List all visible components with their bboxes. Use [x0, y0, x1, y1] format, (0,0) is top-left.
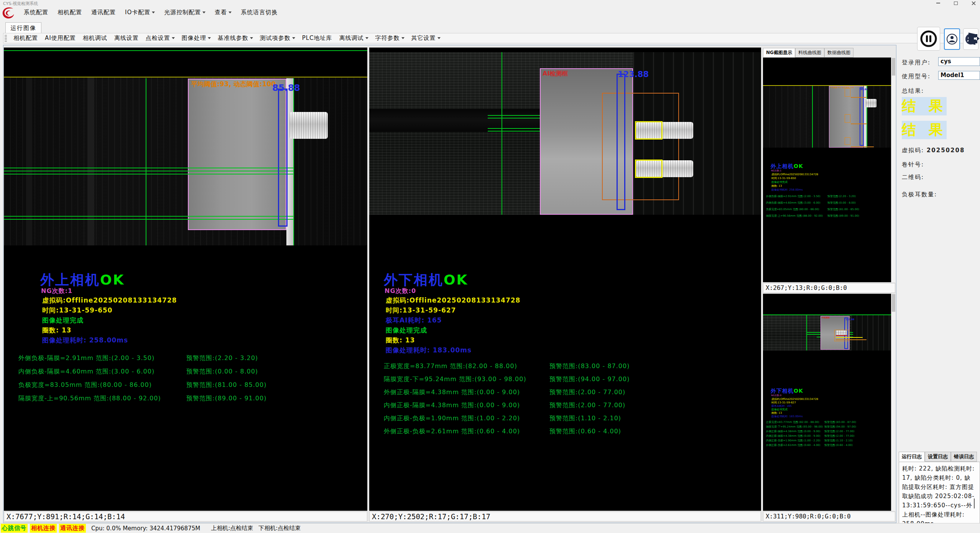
toolbar-item-plc-address-lib[interactable]: PLC地址库 [299, 34, 336, 43]
maximize-button[interactable] [952, 0, 960, 6]
toolbar-item-test-item-params[interactable]: 测试项参数 [257, 34, 299, 43]
camera-top-view[interactable]: 平均阈值:93, 动态阈值:100 85.88 外上相机OK NG次数:1 虚拟… [4, 48, 367, 511]
menu-bar: 系统配置 相机配置 通讯配置 IO卡配置 光源控制配置 查看 系统语言切换 [0, 6, 980, 18]
negative-tab-count-label: 负极耳数量: [902, 191, 937, 198]
toolbar-item-camera-config[interactable]: 相机配置 [10, 34, 41, 43]
edge-vline [293, 78, 294, 245]
mini-measurement: 负极宽度=83.05mm 范围:(80.00 - 86.00) [766, 207, 819, 211]
mini-measurement: 外侧正极-隔膜=4.38mm 范围:(0.00 - 9.00) [766, 429, 821, 433]
pause-button[interactable] [917, 27, 940, 51]
mini-camera-result: OK [794, 163, 803, 169]
chevron-down-icon [172, 37, 175, 39]
user-button[interactable] [944, 28, 960, 50]
edge-vline [806, 315, 807, 350]
camera-name: 外下相机 [384, 272, 444, 288]
measurement-text: 外侧正极-负极=2.61mm 范围:(0.60 - 4.00) [384, 428, 520, 436]
measurement-warn: 预警范围:(0.00 - 8.00) [186, 368, 258, 376]
toolbar-item-label: 其它设置 [411, 35, 436, 41]
login-user-field[interactable]: cys [938, 57, 980, 66]
toolbar-item-label: 字符参数 [375, 35, 400, 41]
menu-item-language-switch[interactable]: 系统语言切换 [237, 7, 281, 18]
measurement-text: 内侧正极-负极=1.90mm 范围:(1.00 - 2.20) [384, 415, 520, 423]
mini-camera-name: 外下相机 [771, 388, 794, 394]
camera-name: 外上相机 [40, 272, 100, 288]
menu-item-comm-config[interactable]: 通讯配置 [87, 7, 120, 18]
tab-detect-box [635, 160, 663, 178]
preview-top-panel[interactable]: 平均阈值:93, 动态阈值:100 85.88 外上相机OK NG次数:1 虚拟… [763, 58, 895, 282]
toolbar-item-offline-settings[interactable]: 离线设置 [111, 34, 142, 43]
mini-roi-box [845, 137, 850, 145]
mini-measurement: 内侧正极-负极=1.90mm 范围:(1.00 - 2.20) [766, 439, 821, 443]
reel-number-label: 卷针号: [902, 161, 924, 168]
camera-connect-status: 相机连接 [30, 524, 57, 533]
model-field[interactable]: Model1 [938, 71, 980, 80]
preview-bottom-panel[interactable]: AI检测框 123.88 外下相机OK NG次数:0 虚拟码:Offline20… [763, 294, 895, 511]
toolbar-item-offline-debug[interactable]: 离线调试 [336, 34, 372, 43]
qr-code-label: 二维码: [902, 174, 924, 181]
toolbar-item-other-settings[interactable]: 其它设置 [408, 34, 444, 43]
mini-camera-result: OK [794, 388, 803, 394]
mini-measurement: 预警范围:(2.00 - 77.00) [824, 429, 854, 433]
preview-tabs: NG截图显示 料线曲线图 数据曲线图 [763, 48, 895, 58]
tab-run-image[interactable]: 运行图像 [5, 22, 41, 33]
virtual-code-caption: 虚拟码: [902, 147, 924, 154]
close-button[interactable] [969, 0, 978, 6]
mini-ng-count: NG次数:0 [771, 394, 781, 397]
camera-title: 外下相机OK [384, 271, 469, 290]
mini-measurement: 预警范围:(83.00 - 87.00) [824, 420, 856, 424]
log-tab-settings[interactable]: 设置日志 [925, 452, 951, 462]
ng-count: NG次数:0 [385, 287, 416, 295]
preview-scrollbar[interactable] [891, 58, 895, 282]
mini-image [763, 86, 891, 148]
mini-measurement: 外侧正极-负极=2.61mm 范围:(0.60 - 4.00) [766, 443, 821, 447]
app-window: CYS-视觉检测系统 系统配置 相机配置 通讯配置 IO卡配置 光源控制配置 查… [0, 0, 980, 533]
measurement-text: 外侧正极-隔膜=4.38mm 范围:(0.00 - 9.00) [384, 388, 520, 396]
preview-tab-ng-screenshot[interactable]: NG截图显示 [763, 48, 795, 58]
minimize-button[interactable] [934, 0, 942, 6]
scrollbar-thumb[interactable] [892, 294, 895, 312]
menu-item-light-control-config[interactable]: 光源控制配置 [160, 7, 209, 18]
process-cost-line: 图像处理耗时: 183.00ms [386, 346, 472, 355]
menu-item-label: IO卡配置 [125, 9, 150, 16]
heartbeat-status: 心跳信号 [1, 524, 28, 533]
mini-line-time: 时间:13-31-59-650 [771, 176, 796, 180]
menu-item-label: 光源控制配置 [164, 9, 201, 16]
measurement-warn: 预警范围:(2.00 - 77.00) [549, 388, 625, 396]
toolbar: 相机配置 AI使用配置 相机调试 离线设置 点检设置 图像处理 基准线参数 测试… [3, 33, 977, 43]
toolbar-item-spot-check-settings[interactable]: 点检设置 [142, 34, 178, 43]
mini-machinery-block [851, 315, 891, 350]
measurement-warn: 预警范围:(89.00 - 91.00) [186, 395, 266, 403]
log-tab-run[interactable]: 运行日志 [899, 452, 925, 462]
measurement-text: 隔膜宽度-上=90.56mm 范围:(88.00 - 92.00) [18, 395, 161, 403]
preview-scrollbar[interactable] [891, 294, 895, 511]
log-scrollbar-thumb[interactable] [974, 498, 975, 508]
logout-button[interactable] [967, 27, 980, 51]
menu-item-camera-config[interactable]: 相机配置 [54, 7, 86, 18]
measurement-text: 内侧正极-隔膜=4.38mm 范围:(0.00 - 9.00) [384, 401, 520, 410]
toolbar-item-ai-usage-config[interactable]: AI使用配置 [41, 34, 79, 43]
preview-tab-line-curve[interactable]: 料线曲线图 [795, 48, 824, 58]
toolbar-item-image-processing[interactable]: 图像处理 [178, 34, 214, 43]
measurement-warn: 预警范围:(2.20 - 3.20) [186, 354, 258, 362]
toolbar-item-camera-debug[interactable]: 相机调试 [79, 34, 111, 43]
chevron-down-icon [437, 37, 441, 39]
mini-line-code: 虚拟码:Offline20250208133134728 [771, 173, 818, 176]
mini-annotation-mark [836, 339, 867, 340]
toolbar-item-label: 离线调试 [339, 35, 364, 41]
total-result-label: 总结果: [902, 87, 924, 95]
mini-measurement: 内侧正极-隔膜=4.38mm 范围:(0.00 - 9.00) [766, 434, 821, 438]
menu-item-view[interactable]: 查看 [211, 7, 235, 18]
menu-item-io-card-config[interactable]: IO卡配置 [121, 7, 159, 18]
camera-bottom-view[interactable]: AI检测框 123.88 外下相机OK NG次数:0 虚拟码:Offline20… [369, 48, 761, 511]
preview-tab-data-curve[interactable]: 数据曲线图 [824, 48, 853, 58]
process-done-line: 图像处理完成 [386, 326, 427, 335]
scrollbar-thumb[interactable] [892, 58, 895, 76]
toolbar-item-char-params[interactable]: 字符参数 [372, 34, 408, 43]
log-tabs: 运行日志 设置日志 错误日志 [899, 452, 980, 462]
log-tab-error[interactable]: 错误日志 [951, 452, 977, 462]
chevron-down-icon [208, 37, 211, 39]
menu-item-system-config[interactable]: 系统配置 [20, 7, 52, 18]
toolbar-item-baseline-params[interactable]: 基准线参数 [214, 34, 257, 43]
log-text-area[interactable]: 耗时: 222, 缺陷检测耗时: 17, 缺陷分类耗时: 0, 缺陷提取分区耗时… [899, 462, 980, 531]
measurement-text: 内侧负极-隔膜=4.60mm 范围:(3.00 - 6.00) [18, 368, 155, 376]
